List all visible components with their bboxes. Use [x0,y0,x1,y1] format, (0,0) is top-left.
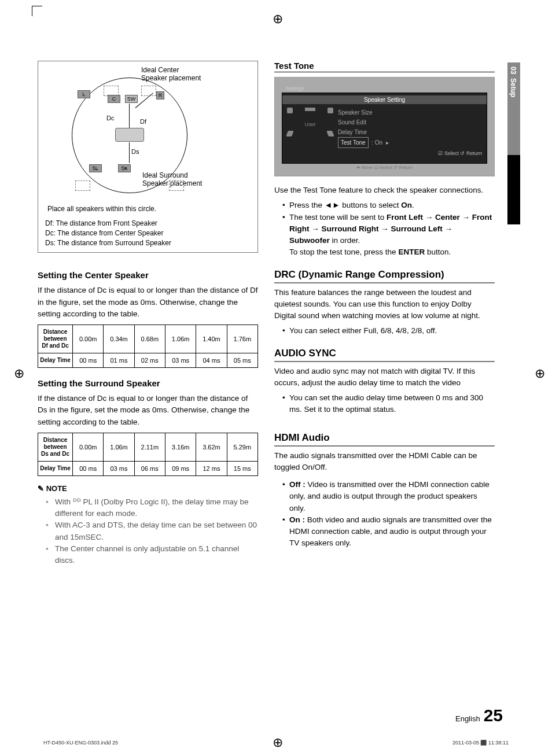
audio-sync-desc: Video and audio sync may not match with … [274,366,495,389]
speaker-SR: Sʀ [118,164,131,172]
registration-mark-right: ⊕ [535,366,545,381]
speaker-R: R [156,91,164,99]
drc-desc: This feature balances the range between … [274,287,495,322]
speaker-SL: Sʟ [89,164,102,172]
dc-definition: Dc: The distance from Center Speaker [45,228,251,238]
surround-speaker-table: Distance between Ds and Dc 0.00m1.06m2.1… [38,433,258,476]
tv-screenshot: Settings Speaker Setting User Speaker Si… [274,77,495,176]
heading-surround-speaker: Setting the Surround Speaker [38,378,258,388]
registration-mark-top: ⊕ [273,12,283,27]
file-name-footer: HT-D450-XU-ENG-0303.indd 25 [43,740,118,746]
speaker-diagram: L C SW R Dc Df Ds Sʟ Sʀ Ideal Center Spe… [38,61,258,253]
heading-drc: DRC (Dynamic Range Compression) [274,269,495,283]
heading-audio-sync: AUDIO SYNC [274,348,495,362]
speaker-C: C [108,95,120,103]
note-heading: NOTE [38,484,258,493]
registration-mark-left: ⊕ [14,366,24,381]
test-tone-desc: Use the Test Tone feature to check the s… [274,185,495,196]
heading-test-tone: Test Tone [274,61,495,72]
center-speaker-text: If the distance of Dc is equal to or lon… [38,285,258,320]
heading-center-speaker: Setting the Center Speaker [38,270,258,280]
surround-speaker-text: If the distance of Dc is equal to or lon… [38,393,258,428]
file-date-footer: 2011-03-05 ⬛ 11:38:11 [452,740,509,746]
heading-hdmi-audio: HDMI Audio [274,432,495,447]
listening-position [115,128,144,142]
hdmi-desc: The audio signals transmitted over the H… [274,450,495,474]
registration-mark-bottom: ⊕ [273,735,283,750]
note-list: With ᴰᴰ PL II (Dolby Pro Logic II), the … [46,496,258,567]
center-speaker-table: Distance between Df and Dc 0.00m0.34m0.6… [38,324,258,368]
speaker-L: L [78,90,90,98]
ds-definition: Ds: The distance from Surround Speaker [45,238,251,248]
speaker-SW: SW [125,95,138,103]
df-definition: Df: The distance from Front Speaker [45,219,251,228]
page-number: English25 [455,706,503,725]
test-tone-steps: Press the ◄► buttons to select On. The t… [282,200,495,258]
